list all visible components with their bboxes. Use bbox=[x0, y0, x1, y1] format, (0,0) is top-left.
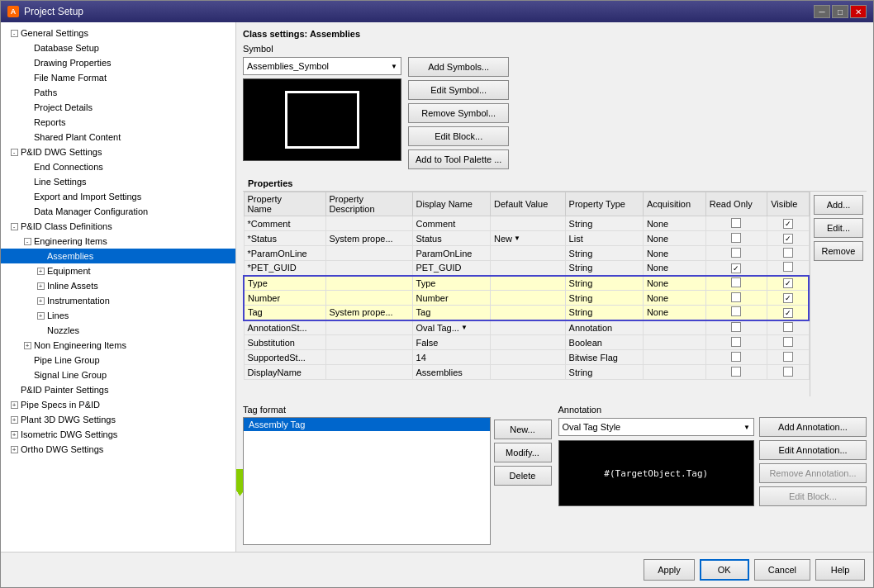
expand-icon: + bbox=[7, 443, 21, 456]
edit-symbol-button[interactable]: Edit Symbol... bbox=[408, 80, 509, 100]
new-tag-format-button[interactable]: New... bbox=[494, 420, 552, 439]
sidebar-item-export-import[interactable]: Export and Import Settings bbox=[1, 189, 235, 204]
cell-read-only[interactable] bbox=[705, 306, 767, 320]
tag-format-item[interactable]: Assembly Tag bbox=[244, 418, 490, 431]
sidebar-item-line-settings[interactable]: Line Settings bbox=[1, 174, 235, 189]
symbol-label: Symbol bbox=[243, 44, 867, 54]
title-bar: A Project Setup ─ □ ✕ bbox=[1, 1, 873, 22]
cell-read-only[interactable] bbox=[705, 350, 767, 365]
bottom-section: Tag format Assembly Tag New... Modify...… bbox=[243, 405, 867, 545]
remove-symbol-button[interactable]: Remove Symbol... bbox=[408, 103, 509, 123]
sidebar-item-signal-line-group[interactable]: Signal Line Group bbox=[1, 368, 235, 382]
cell-visible[interactable] bbox=[767, 246, 809, 261]
cell-read-only[interactable] bbox=[705, 291, 767, 306]
minimize-button[interactable]: ─ bbox=[814, 5, 830, 18]
sidebar-item-reports[interactable]: Reports bbox=[1, 115, 235, 130]
sidebar-item-paths[interactable]: Paths bbox=[1, 85, 235, 100]
sidebar-item-non-engineering-items[interactable]: + Non Engineering Items bbox=[1, 338, 235, 353]
project-setup-window: A Project Setup ─ □ ✕ - General Settings… bbox=[0, 0, 874, 588]
cell-visible[interactable] bbox=[767, 276, 809, 291]
annotation-dropdown[interactable]: Oval Tag Style ▼ bbox=[558, 418, 755, 436]
table-row[interactable]: *ParamOnLine ParamOnLine String None bbox=[244, 246, 809, 261]
ok-button[interactable]: OK bbox=[700, 559, 749, 581]
add-symbols-button[interactable]: Add Symbols... bbox=[408, 57, 509, 77]
sidebar-item-pid-class-definitions[interactable]: - P&ID Class Definitions bbox=[1, 219, 235, 234]
sidebar-item-ortho-dwg-settings[interactable]: + Ortho DWG Settings bbox=[1, 442, 235, 457]
add-tool-palette-button[interactable]: Add to Tool Palette ... bbox=[408, 149, 509, 169]
edit-block-button[interactable]: Edit Block... bbox=[408, 126, 509, 146]
sidebar-item-label: Pipe Specs in P&ID bbox=[21, 400, 100, 410]
sidebar-item-end-connections[interactable]: End Connections bbox=[1, 159, 235, 174]
table-row[interactable]: *Comment Comment String None bbox=[244, 216, 809, 231]
sidebar-item-drawing-properties[interactable]: Drawing Properties bbox=[1, 55, 235, 70]
cell-visible[interactable] bbox=[767, 231, 809, 246]
sidebar-item-shared-plant-content[interactable]: Shared Plant Content bbox=[1, 130, 235, 145]
help-button[interactable]: Help bbox=[815, 559, 865, 581]
cell-visible[interactable] bbox=[767, 320, 809, 335]
edit-block-annotation-button[interactable]: Edit Block... bbox=[759, 486, 867, 506]
table-row[interactable]: DisplayName Assemblies String bbox=[244, 365, 809, 380]
remove-annotation-button[interactable]: Remove Annotation... bbox=[759, 463, 867, 483]
sidebar-item-label: Inline Assets bbox=[47, 281, 98, 291]
symbol-dropdown[interactable]: Assemblies_Symbol ▼ bbox=[243, 57, 401, 75]
cell-visible[interactable] bbox=[767, 335, 809, 350]
cell-read-only[interactable] bbox=[705, 231, 767, 246]
sidebar-item-pid-painter-settings[interactable]: P&ID Painter Settings bbox=[1, 382, 235, 397]
col-default-value: Default Value bbox=[491, 192, 566, 216]
cell-read-only[interactable] bbox=[705, 261, 767, 276]
table-row[interactable]: Type Type String None bbox=[244, 276, 809, 291]
sidebar-item-lines[interactable]: + Lines bbox=[1, 308, 235, 323]
maximize-button[interactable]: □ bbox=[832, 5, 848, 18]
table-row[interactable]: Number Number String None bbox=[244, 291, 809, 306]
cell-read-only[interactable] bbox=[705, 246, 767, 261]
edit-property-button[interactable]: Edit... bbox=[814, 218, 863, 238]
sidebar-item-data-manager[interactable]: Data Manager Configuration bbox=[1, 204, 235, 219]
cancel-button[interactable]: Cancel bbox=[754, 559, 810, 581]
sidebar-item-equipment[interactable]: + Equipment bbox=[1, 263, 235, 278]
remove-property-button[interactable]: Remove bbox=[814, 241, 863, 261]
sidebar-item-project-details[interactable]: Project Details bbox=[1, 100, 235, 115]
symbol-dropdown-value: Assemblies_Symbol bbox=[247, 61, 329, 71]
sidebar-item-inline-assets[interactable]: + Inline Assets bbox=[1, 278, 235, 293]
sidebar-item-isometric-dwg-settings[interactable]: + Isometric DWG Settings bbox=[1, 427, 235, 442]
modify-tag-format-button[interactable]: Modify... bbox=[494, 443, 552, 462]
close-button[interactable]: ✕ bbox=[850, 5, 867, 18]
cell-prop-desc bbox=[325, 365, 412, 380]
cell-visible[interactable] bbox=[767, 365, 809, 380]
sidebar-item-instrumentation[interactable]: + Instrumentation bbox=[1, 293, 235, 308]
sidebar-item-file-name-format[interactable]: File Name Format bbox=[1, 70, 235, 85]
cell-visible[interactable] bbox=[767, 261, 809, 276]
table-row[interactable]: Tag System prope... Tag String None bbox=[244, 306, 809, 320]
sidebar-item-plant-3d-dwg-settings[interactable]: + Plant 3D DWG Settings bbox=[1, 412, 235, 427]
cell-read-only[interactable] bbox=[705, 216, 767, 231]
add-property-button[interactable]: Add... bbox=[814, 195, 863, 215]
cell-read-only[interactable] bbox=[705, 365, 767, 380]
add-annotation-button[interactable]: Add Annotation... bbox=[759, 417, 867, 437]
edit-annotation-button[interactable]: Edit Annotation... bbox=[759, 440, 867, 460]
sidebar-item-pipe-specs-pid[interactable]: + Pipe Specs in P&ID bbox=[1, 397, 235, 412]
cell-visible[interactable] bbox=[767, 350, 809, 365]
table-row[interactable]: Substitution False Boolean bbox=[244, 335, 809, 350]
sidebar-item-label: Nozzles bbox=[47, 325, 79, 335]
table-row[interactable]: *PET_GUID PET_GUID String None bbox=[244, 261, 809, 276]
sidebar-item-engineering-items[interactable]: - Engineering Items bbox=[1, 234, 235, 249]
table-row[interactable]: *Status System prope... Status New ▼ Lis… bbox=[244, 231, 809, 246]
sidebar-item-assemblies[interactable]: Assemblies bbox=[1, 249, 235, 263]
table-row[interactable]: SupportedSt... 14 Bitwise Flag bbox=[244, 350, 809, 365]
cell-read-only[interactable] bbox=[705, 335, 767, 350]
cell-visible[interactable] bbox=[767, 306, 809, 320]
apply-button[interactable]: Apply bbox=[644, 559, 695, 581]
table-row[interactable]: AnnotationSt... Oval Tag... ▼ Annotation bbox=[244, 320, 809, 335]
sidebar-item-nozzles[interactable]: Nozzles bbox=[1, 323, 235, 338]
delete-tag-format-button[interactable]: Delete bbox=[494, 466, 552, 486]
symbol-preview bbox=[243, 78, 401, 161]
sidebar-item-database-setup[interactable]: Database Setup bbox=[1, 40, 235, 55]
cell-visible[interactable] bbox=[767, 291, 809, 306]
cell-read-only[interactable] bbox=[705, 276, 767, 291]
cell-visible[interactable] bbox=[767, 216, 809, 231]
sidebar-item-pipe-line-group[interactable]: Pipe Line Group bbox=[1, 353, 235, 368]
cell-read-only[interactable] bbox=[705, 320, 767, 335]
sidebar-item-general-settings[interactable]: - General Settings bbox=[1, 26, 235, 40]
cell-default-value bbox=[491, 276, 566, 291]
sidebar-item-pid-dwg-settings[interactable]: - P&ID DWG Settings bbox=[1, 145, 235, 159]
